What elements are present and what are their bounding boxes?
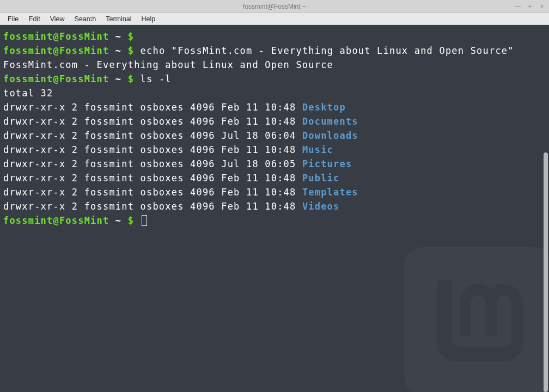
prompt-user: fossmint@FossMint — [3, 215, 109, 226]
listing-row: drwxr-xr-x 2 fossmint osboxes 4096 Feb 1… — [3, 114, 546, 128]
directory-name: Templates — [302, 187, 358, 198]
scrollbar[interactable] — [544, 25, 548, 391]
command-text: echo "FossMint.com - Everything about Li… — [134, 45, 514, 56]
directory-name: Public — [302, 173, 340, 183]
prompt-path: ~ — [109, 74, 127, 84]
listing-row: drwxr-xr-x 2 fossmint osboxes 4096 Feb 1… — [3, 143, 546, 157]
menu-help[interactable]: Help — [137, 14, 160, 24]
listing-row: drwxr-xr-x 2 fossmint osboxes 4096 Feb 1… — [3, 199, 546, 213]
listing-row: drwxr-xr-x 2 fossmint osboxes 4096 Jul 1… — [3, 157, 546, 171]
terminal-viewport[interactable]: fossmint@FossMint ~ $ fossmint@FossMint … — [0, 25, 549, 392]
prompt-path: ~ — [109, 45, 127, 56]
prompt-dollar: $ — [128, 45, 134, 56]
window-title: fossmint@FossMint ~ — [243, 3, 306, 10]
minimize-icon[interactable]: — — [514, 3, 522, 10]
menubar: File Edit View Search Terminal Help — [0, 13, 549, 25]
file-meta: drwxr-xr-x 2 fossmint osboxes 4096 Feb 1… — [3, 187, 302, 198]
file-meta: drwxr-xr-x 2 fossmint osboxes 4096 Feb 1… — [3, 144, 302, 155]
cursor-icon — [142, 215, 147, 226]
file-meta: drwxr-xr-x 2 fossmint osboxes 4096 Feb 1… — [3, 116, 302, 127]
linux-mint-watermark-icon — [386, 229, 549, 392]
prompt-user: fossmint@FossMint — [3, 31, 109, 42]
prompt-user: fossmint@FossMint — [3, 74, 109, 84]
terminal-output: FossMint.com - Everything about Linux an… — [3, 58, 546, 72]
directory-name: Music — [302, 144, 333, 155]
directory-name: Pictures — [302, 158, 352, 169]
file-meta: drwxr-xr-x 2 fossmint osboxes 4096 Jul 1… — [3, 158, 302, 169]
titlebar: fossmint@FossMint ~ — + × — [0, 0, 549, 13]
file-meta: drwxr-xr-x 2 fossmint osboxes 4096 Feb 1… — [3, 102, 302, 113]
menu-file[interactable]: File — [3, 14, 23, 24]
terminal-line: fossmint@FossMint ~ $ — [3, 213, 546, 228]
file-meta: drwxr-xr-x 2 fossmint osboxes 4096 Feb 1… — [3, 201, 302, 212]
directory-name: Videos — [302, 201, 340, 212]
listing-row: drwxr-xr-x 2 fossmint osboxes 4096 Feb 1… — [3, 185, 546, 199]
file-meta: drwxr-xr-x 2 fossmint osboxes 4096 Jul 1… — [3, 130, 302, 141]
terminal-line: fossmint@FossMint ~ $ ls -l — [3, 72, 546, 86]
terminal-output: total 32 — [3, 86, 546, 100]
listing-row: drwxr-xr-x 2 fossmint osboxes 4096 Feb 1… — [3, 100, 546, 114]
prompt-path: ~ — [109, 215, 127, 226]
menu-view[interactable]: View — [46, 14, 69, 24]
listing-row: drwxr-xr-x 2 fossmint osboxes 4096 Jul 1… — [3, 128, 546, 143]
close-icon[interactable]: × — [538, 3, 546, 10]
directory-name: Desktop — [302, 102, 346, 113]
file-meta: drwxr-xr-x 2 fossmint osboxes 4096 Feb 1… — [3, 173, 302, 183]
listing-row: drwxr-xr-x 2 fossmint osboxes 4096 Feb 1… — [3, 171, 546, 185]
menu-edit[interactable]: Edit — [24, 14, 45, 24]
window-controls: — + × — [514, 3, 546, 10]
terminal-line: fossmint@FossMint ~ $ — [3, 29, 546, 44]
directory-name: Downloads — [302, 130, 358, 141]
menu-terminal[interactable]: Terminal — [101, 14, 136, 24]
command-text: ls -l — [134, 74, 172, 84]
prompt-dollar: $ — [128, 215, 134, 226]
terminal-line: fossmint@FossMint ~ $ echo "FossMint.com… — [3, 44, 546, 58]
prompt-dollar: $ — [128, 31, 134, 42]
prompt-user: fossmint@FossMint — [3, 45, 109, 56]
command-text — [134, 31, 140, 42]
scrollbar-thumb[interactable] — [544, 152, 548, 392]
command-text — [134, 215, 140, 226]
menu-search[interactable]: Search — [70, 14, 101, 24]
prompt-dollar: $ — [128, 74, 134, 84]
prompt-path: ~ — [109, 31, 127, 42]
directory-name: Documents — [302, 116, 358, 127]
maximize-icon[interactable]: + — [526, 3, 534, 10]
